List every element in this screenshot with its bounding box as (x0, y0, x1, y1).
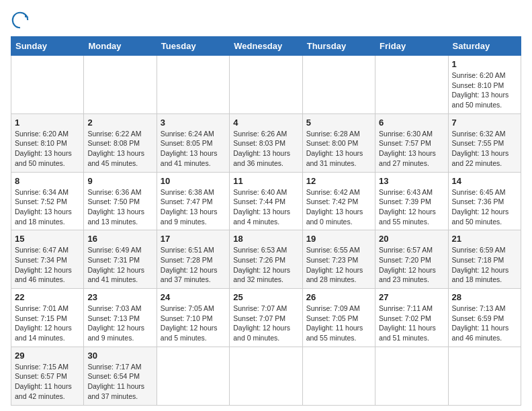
calendar-cell: 22Sunrise: 7:01 AMSunset: 7:15 PMDayligh… (11, 289, 84, 347)
day-info: Sunrise: 6:38 AMSunset: 7:47 PMDaylight:… (161, 187, 226, 227)
day-number: 12 (306, 176, 371, 186)
calendar-cell: 30Sunrise: 7:17 AMSunset: 6:54 PMDayligh… (84, 347, 157, 405)
calendar-cell: 13Sunrise: 6:43 AMSunset: 7:39 PMDayligh… (375, 172, 448, 230)
calendar-table: SundayMondayTuesdayWednesdayThursdayFrid… (11, 36, 521, 406)
calendar-cell (230, 347, 302, 405)
day-info: Sunrise: 7:09 AMSunset: 7:05 PMDaylight:… (306, 304, 371, 343)
calendar-cell: 11Sunrise: 6:40 AMSunset: 7:44 PMDayligh… (230, 172, 302, 230)
day-number: 26 (306, 292, 371, 302)
header-cell-sunday: Sunday (11, 37, 84, 56)
calendar-cell: 27Sunrise: 7:11 AMSunset: 7:02 PMDayligh… (375, 289, 448, 347)
calendar-cell: 5Sunrise: 6:28 AMSunset: 8:00 PMDaylight… (302, 113, 375, 172)
day-info: Sunrise: 6:20 AMSunset: 8:10 PMDaylight:… (452, 71, 517, 110)
calendar-week-3: 15Sunrise: 6:47 AMSunset: 7:34 PMDayligh… (11, 230, 521, 289)
calendar-cell: 25Sunrise: 7:07 AMSunset: 7:07 PMDayligh… (230, 289, 302, 347)
calendar-week-4: 22Sunrise: 7:01 AMSunset: 7:15 PMDayligh… (11, 289, 521, 347)
calendar-cell (375, 347, 448, 405)
calendar-week-1: 1Sunrise: 6:20 AMSunset: 8:10 PMDaylight… (11, 113, 521, 172)
day-info: Sunrise: 7:11 AMSunset: 7:02 PMDaylight:… (379, 304, 444, 343)
calendar-cell: 18Sunrise: 6:53 AMSunset: 7:26 PMDayligh… (230, 230, 302, 289)
day-number: 14 (452, 176, 517, 186)
day-info: Sunrise: 7:07 AMSunset: 7:07 PMDaylight:… (233, 304, 298, 343)
day-number: 10 (161, 176, 226, 186)
calendar-cell: 23Sunrise: 7:03 AMSunset: 7:13 PMDayligh… (84, 289, 157, 347)
calendar-cell: 3Sunrise: 6:24 AMSunset: 8:05 PMDaylight… (157, 113, 229, 172)
day-info: Sunrise: 7:17 AMSunset: 6:54 PMDaylight:… (87, 362, 152, 402)
day-info: Sunrise: 6:34 AMSunset: 7:52 PMDaylight:… (15, 187, 80, 227)
day-info: Sunrise: 6:26 AMSunset: 8:03 PMDaylight:… (233, 129, 298, 169)
day-number: 17 (161, 234, 226, 244)
day-info: Sunrise: 6:28 AMSunset: 8:00 PMDaylight:… (306, 129, 371, 169)
day-number: 27 (379, 292, 444, 302)
day-number: 4 (233, 118, 298, 128)
calendar-cell: 8Sunrise: 6:34 AMSunset: 7:52 PMDaylight… (11, 172, 84, 230)
header-cell-saturday: Saturday (448, 37, 521, 56)
calendar-cell (448, 347, 521, 405)
day-info: Sunrise: 6:43 AMSunset: 7:39 PMDaylight:… (379, 187, 444, 227)
logo (11, 11, 32, 30)
calendar-cell: 14Sunrise: 6:45 AMSunset: 7:36 PMDayligh… (448, 172, 521, 230)
day-info: Sunrise: 7:13 AMSunset: 6:59 PMDaylight:… (452, 304, 517, 343)
day-number: 28 (452, 292, 517, 302)
calendar-cell: 6Sunrise: 6:30 AMSunset: 7:57 PMDaylight… (375, 113, 448, 172)
day-number: 15 (15, 234, 80, 244)
day-info: Sunrise: 6:49 AMSunset: 7:31 PMDaylight:… (87, 245, 152, 285)
calendar-cell: 12Sunrise: 6:42 AMSunset: 7:42 PMDayligh… (302, 172, 375, 230)
header-cell-thursday: Thursday (302, 37, 375, 56)
calendar-cell: 2Sunrise: 6:22 AMSunset: 8:08 PMDaylight… (84, 113, 157, 172)
day-number: 7 (452, 118, 517, 128)
day-info: Sunrise: 7:15 AMSunset: 6:57 PMDaylight:… (15, 362, 80, 402)
calendar-cell (157, 347, 229, 405)
day-info: Sunrise: 6:42 AMSunset: 7:42 PMDaylight:… (306, 187, 371, 227)
day-number: 24 (161, 292, 226, 302)
day-info: Sunrise: 6:40 AMSunset: 7:44 PMDaylight:… (233, 187, 298, 227)
day-info: Sunrise: 6:51 AMSunset: 7:28 PMDaylight:… (161, 245, 226, 285)
day-number: 22 (15, 292, 80, 302)
day-number: 18 (233, 234, 298, 244)
header-cell-monday: Monday (84, 37, 157, 56)
day-info: Sunrise: 6:45 AMSunset: 7:36 PMDaylight:… (452, 187, 517, 227)
calendar-cell (230, 56, 302, 114)
day-number: 11 (233, 176, 298, 186)
calendar-cell (302, 347, 375, 405)
calendar-week-2: 8Sunrise: 6:34 AMSunset: 7:52 PMDaylight… (11, 172, 521, 230)
day-info: Sunrise: 6:24 AMSunset: 8:05 PMDaylight:… (161, 129, 226, 169)
day-number: 23 (87, 292, 152, 302)
calendar-cell: 19Sunrise: 6:55 AMSunset: 7:23 PMDayligh… (302, 230, 375, 289)
day-number: 30 (87, 351, 152, 361)
logo-icon (11, 11, 30, 30)
day-number: 25 (233, 292, 298, 302)
day-number: 1 (452, 59, 517, 69)
calendar-week-5: 29Sunrise: 7:15 AMSunset: 6:57 PMDayligh… (11, 347, 521, 405)
header-cell-wednesday: Wednesday (230, 37, 302, 56)
day-info: Sunrise: 6:59 AMSunset: 7:18 PMDaylight:… (452, 245, 517, 285)
day-number: 29 (15, 351, 80, 361)
calendar-cell: 24Sunrise: 7:05 AMSunset: 7:10 PMDayligh… (157, 289, 229, 347)
page-header (11, 11, 521, 30)
calendar-cell: 17Sunrise: 6:51 AMSunset: 7:28 PMDayligh… (157, 230, 229, 289)
calendar-cell: 10Sunrise: 6:38 AMSunset: 7:47 PMDayligh… (157, 172, 229, 230)
header-cell-friday: Friday (375, 37, 448, 56)
svg-marker-0 (25, 13, 29, 17)
day-number: 19 (306, 234, 371, 244)
day-number: 5 (306, 118, 371, 128)
calendar-cell: 4Sunrise: 6:26 AMSunset: 8:03 PMDaylight… (230, 113, 302, 172)
day-number: 16 (87, 234, 152, 244)
day-info: Sunrise: 6:22 AMSunset: 8:08 PMDaylight:… (87, 129, 152, 169)
calendar-cell (375, 56, 448, 114)
calendar-cell (84, 56, 157, 114)
day-info: Sunrise: 7:01 AMSunset: 7:15 PMDaylight:… (15, 304, 80, 343)
day-number: 3 (161, 118, 226, 128)
day-info: Sunrise: 6:55 AMSunset: 7:23 PMDaylight:… (306, 245, 371, 285)
day-info: Sunrise: 7:03 AMSunset: 7:13 PMDaylight:… (87, 304, 152, 343)
day-number: 13 (379, 176, 444, 186)
calendar-cell (11, 56, 84, 114)
day-number: 2 (87, 118, 152, 128)
day-info: Sunrise: 6:32 AMSunset: 7:55 PMDaylight:… (452, 129, 517, 169)
calendar-cell: 21Sunrise: 6:59 AMSunset: 7:18 PMDayligh… (448, 230, 521, 289)
calendar-body: 1Sunrise: 6:20 AMSunset: 8:10 PMDaylight… (11, 56, 521, 406)
calendar-cell: 1Sunrise: 6:20 AMSunset: 8:10 PMDaylight… (448, 56, 521, 114)
day-info: Sunrise: 6:30 AMSunset: 7:57 PMDaylight:… (379, 129, 444, 169)
day-info: Sunrise: 6:47 AMSunset: 7:34 PMDaylight:… (15, 245, 80, 285)
calendar-cell: 15Sunrise: 6:47 AMSunset: 7:34 PMDayligh… (11, 230, 84, 289)
